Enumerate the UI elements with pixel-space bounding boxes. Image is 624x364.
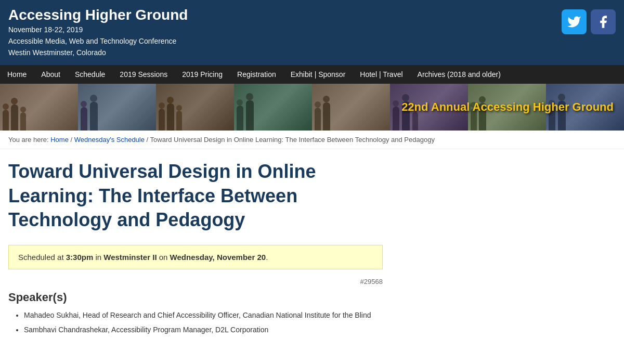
breadcrumb-prefix: You are here: (8, 136, 50, 144)
site-title: Accessing Higher Ground (8, 6, 188, 24)
nav-hotel[interactable]: Hotel | Travel (353, 65, 410, 84)
social-icons (562, 6, 616, 34)
schedule-time: 3:30pm (66, 253, 94, 262)
header-text: Accessing Higher Ground November 18-22, … (8, 6, 188, 59)
breadcrumb-current: Toward Universal Design in Online Learni… (150, 136, 435, 144)
schedule-prefix: Scheduled at (18, 253, 66, 262)
nav-exhibit[interactable]: Exhibit | Sponsor (283, 65, 353, 84)
main-content: Toward Universal Design in Online Learni… (0, 149, 624, 349)
speakers-heading: Speaker(s) (8, 291, 616, 304)
twitter-icon[interactable] (562, 9, 587, 34)
breadcrumb-home[interactable]: Home (50, 136, 69, 144)
nav-sessions[interactable]: 2019 Sessions (112, 65, 175, 84)
site-header: Accessing Higher Ground November 18-22, … (0, 0, 624, 65)
session-id: #29568 (8, 278, 383, 285)
hero-banner: 22nd Annual Accessing Higher Ground (0, 84, 624, 131)
nav-schedule[interactable]: Schedule (68, 65, 112, 84)
banner-headline: 22nd Annual Accessing Higher Ground (401, 100, 614, 114)
schedule-end: . (266, 253, 268, 262)
main-nav: Home About Schedule 2019 Sessions 2019 P… (0, 65, 624, 84)
nav-home[interactable]: Home (0, 65, 34, 84)
nav-pricing[interactable]: 2019 Pricing (175, 65, 230, 84)
speakers-list: Mahadeo Sukhai, Head of Research and Chi… (8, 309, 616, 336)
conference-date: November 18-22, 2019 (8, 24, 188, 35)
banner-segment-1 (0, 84, 78, 131)
schedule-day: Wednesday, November 20 (170, 253, 266, 262)
nav-about[interactable]: About (34, 65, 68, 84)
breadcrumb-sep2: / (147, 136, 150, 144)
breadcrumb-schedule[interactable]: Wednesday's Schedule (74, 136, 145, 144)
breadcrumb: You are here: Home / Wednesday's Schedul… (0, 131, 624, 149)
nav-registration[interactable]: Registration (230, 65, 283, 84)
schedule-mid: in (93, 253, 103, 262)
banner-segment-3 (156, 84, 234, 131)
schedule-on: on (157, 253, 170, 262)
speaker-item: Mahadeo Sukhai, Head of Research and Chi… (24, 309, 616, 322)
conference-location: Westin Westminster, Colorado (8, 47, 188, 58)
facebook-icon[interactable] (591, 9, 616, 34)
schedule-room: Westminster II (103, 253, 157, 262)
conference-subtitle: Accessible Media, Web and Technology Con… (8, 35, 188, 47)
banner-segment-2 (78, 84, 156, 131)
page-title: Toward Universal Design in Online Learni… (8, 160, 372, 232)
banner-segment-4 (234, 84, 312, 131)
nav-archives[interactable]: Archives (2018 and older) (410, 65, 508, 84)
schedule-info-box: Scheduled at 3:30pm in Westminster II on… (8, 245, 383, 269)
banner-segment-5 (312, 84, 390, 131)
breadcrumb-sep1: / (71, 136, 74, 144)
speaker-item: Sambhavi Chandrashekar, Accessibility Pr… (24, 324, 616, 336)
